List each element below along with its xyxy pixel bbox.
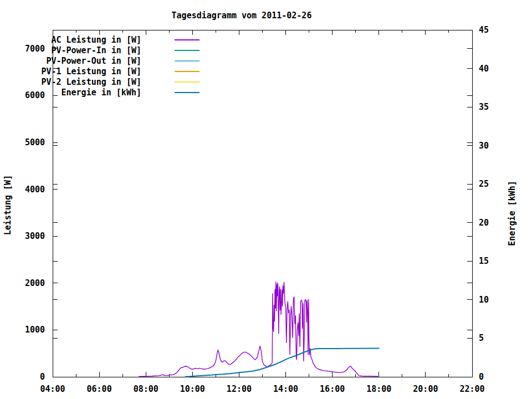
x-tick-label: 04:00	[40, 384, 65, 394]
legend-label: PV-Power-In in [W]	[51, 45, 141, 55]
y-tick-label: 1000	[25, 325, 45, 335]
y2-tick-label: 5	[479, 333, 484, 343]
legend-entry-pv-power-out: PV-Power-Out in [W]	[0, 55, 200, 66]
gnuplot-chart-canvas: 04:0006:0008:0010:0012:0014:0016:0018:00…	[0, 0, 532, 399]
legend-line-sample	[175, 71, 200, 72]
x-tick-label: 06:00	[87, 384, 112, 394]
y-tick-label: 3000	[25, 231, 45, 241]
series-energie-in-kwh	[186, 349, 379, 377]
x-tick-label: 20:00	[413, 384, 438, 394]
x-tick-label: 18:00	[366, 384, 391, 394]
legend-label: AC Leistung in [W]	[51, 35, 141, 45]
x-tick-label: 14:00	[273, 384, 298, 394]
legend-label: PV-1 Leistung in [W]	[41, 66, 141, 76]
y2-tick-label: 0	[479, 372, 484, 382]
y2-tick-label: 10	[479, 295, 489, 305]
legend-entry-pv1-leistung: PV-1 Leistung in [W]	[0, 66, 200, 76]
y2-tick-label: 25	[479, 179, 489, 189]
y-tick-label: 0	[40, 372, 45, 382]
y2-tick-label: 15	[479, 256, 489, 266]
legend: AC Leistung in [W] PV-Power-In in [W] PV…	[0, 34, 200, 98]
x-tick-label: 16:00	[320, 384, 345, 394]
legend-line-sample	[175, 50, 200, 51]
y2-tick-label: 30	[479, 141, 489, 151]
legend-line-sample	[175, 81, 200, 83]
legend-label: Energie in [kWh]	[62, 88, 142, 98]
legend-line-sample	[175, 39, 200, 40]
legend-line-sample	[175, 92, 200, 93]
x-tick-label: 08:00	[134, 384, 158, 394]
y-tick-label: 4000	[25, 185, 45, 195]
y2-axis-label: Energie [kWh]	[507, 181, 517, 245]
series-ac-leistung-in-w	[139, 282, 378, 376]
x-tick-label: 12:00	[227, 384, 252, 394]
legend-entry-pv2-leistung: PV-2 Leistung in [W]	[0, 76, 200, 87]
legend-entry-pv-power-in: PV-Power-In in [W]	[0, 45, 200, 55]
legend-label: PV-2 Leistung in [W]	[41, 77, 141, 87]
legend-line-sample	[175, 60, 200, 62]
x-tick-label: 22:00	[459, 384, 484, 394]
y-axis-label: Leistung [W]	[3, 175, 13, 235]
x-tick-label: 10:00	[180, 384, 205, 394]
y2-tick-label: 40	[479, 64, 489, 74]
legend-entry-ac-leistung: AC Leistung in [W]	[0, 34, 200, 45]
y2-tick-label: 45	[479, 25, 489, 35]
y-tick-label: 5000	[25, 137, 45, 147]
chart-title: Tagesdiagramm vom 2011-02-26	[0, 11, 483, 21]
legend-label: PV-Power-Out in [W]	[46, 56, 141, 66]
y2-tick-label: 20	[479, 218, 489, 228]
y2-tick-label: 35	[479, 102, 489, 112]
y-tick-label: 2000	[25, 278, 45, 288]
legend-entry-energie: Energie in [kWh]	[0, 87, 200, 98]
